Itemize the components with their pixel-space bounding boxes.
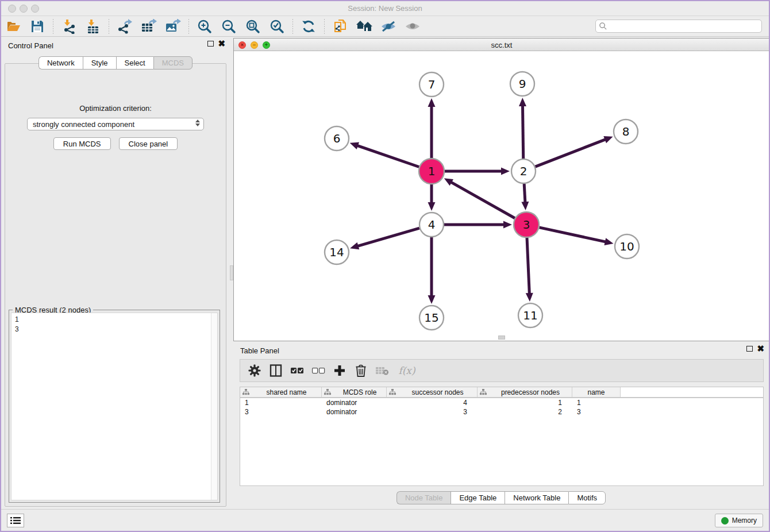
tab-style[interactable]: Style [83,56,116,70]
tab-motifs[interactable]: Motifs [568,491,606,504]
home-icon[interactable] [356,18,373,35]
zoom-selected-icon[interactable] [268,18,286,35]
tab-select[interactable]: Select [116,56,153,70]
table-cell[interactable]: 4 [387,398,478,407]
zoom-fit-icon[interactable] [244,18,261,35]
zoom-out-icon[interactable] [220,18,237,35]
network-canvas[interactable]: 1234678910111415 [234,51,769,341]
deselect-all-columns-icon[interactable] [311,363,326,378]
edge-3-1[interactable] [451,182,515,218]
control-panel-title: Control Panel [8,41,53,50]
mcds-result-line: 1 [15,315,214,325]
toolbar-separator [53,19,53,34]
show-columns-icon[interactable] [268,363,283,378]
edge-4-14[interactable] [357,228,419,246]
task-history-button[interactable] [7,514,24,527]
add-column-icon[interactable] [332,363,347,378]
show-details-icon[interactable] [404,18,421,35]
export-network-icon[interactable] [116,18,133,35]
column-header-predecessor-nodes[interactable]: predecessor nodes [478,387,572,397]
table-cell[interactable]: dominator [322,398,387,407]
graph-node-label: 7 [428,78,436,91]
column-header-successor-nodes[interactable]: successor nodes [387,387,478,397]
refresh-icon[interactable] [300,18,317,35]
list-icon [10,516,21,525]
edge-2-9[interactable] [522,105,523,159]
mcds-tab-content: Optimization criterion: strongly connect… [5,63,226,507]
save-session-icon[interactable] [29,18,46,35]
hide-details-icon[interactable] [380,18,397,35]
mcds-result-list[interactable]: 13 [11,313,218,500]
table-row[interactable]: 1dominator411 [240,398,763,407]
first-neighbors-icon[interactable] [332,18,349,35]
edge-1-6[interactable] [357,145,419,167]
memory-button[interactable]: Memory [715,514,763,527]
close-table-panel-icon[interactable]: ✖ [757,346,764,352]
select-all-columns-icon[interactable] [290,363,305,378]
network-window-title: scc.txt [234,41,769,49]
graph-node-label: 1 [428,164,436,178]
run-mcds-button[interactable]: Run MCDS [53,137,111,150]
table-cell[interactable]: 1 [240,398,322,407]
graph-node-label: 3 [523,218,530,232]
sort-tree-icon [242,389,249,395]
edge-arrowhead [350,142,359,149]
table-cell[interactable]: 3 [387,407,478,417]
criterion-dropdown[interactable]: strongly connected component [27,118,204,130]
delete-table-icon[interactable] [375,363,390,378]
edge-3-11[interactable] [527,238,529,294]
sort-tree-icon [324,389,331,395]
table-toolbar: f(x) [240,359,764,382]
float-table-panel-icon[interactable] [746,346,753,352]
table-cell[interactable]: 1 [572,398,621,407]
import-network-icon[interactable] [60,18,78,35]
optimization-criterion-label: Optimization criterion: [5,104,226,113]
edge-arrowhead [428,98,436,107]
toolbar-separator [188,19,189,34]
node-table-body: 1dominator4113dominator323 [240,398,763,417]
table-row[interactable]: 3dominator323 [240,407,763,417]
criterion-dropdown-value: strongly connected component [33,120,134,129]
edge-2-8[interactable] [536,139,606,167]
table-cell[interactable]: 3 [572,407,621,417]
close-panel-button[interactable]: Close panel [119,137,178,150]
column-header-shared-name[interactable]: shared name [240,387,322,397]
result-scrollbar[interactable] [211,313,217,500]
search-input[interactable] [607,22,761,30]
float-panel-icon[interactable] [207,41,214,47]
import-table-icon[interactable] [84,18,102,35]
table-panel-title: Table Panel [240,346,279,355]
control-panel: Control Panel ✖ NetworkStyleSelectMCDS O… [1,38,230,509]
toolbar-separator [292,19,293,34]
table-cell[interactable]: 1 [478,398,572,407]
export-table-icon[interactable] [140,18,157,35]
tab-network[interactable]: Network [38,56,83,70]
gear-icon[interactable] [247,363,262,378]
column-header-MCDS-role[interactable]: MCDS role [322,387,387,397]
status-bar: Memory [1,509,769,531]
close-panel-icon[interactable]: ✖ [218,41,225,47]
tab-node-table[interactable]: Node Table [396,491,451,504]
tab-mcds[interactable]: MCDS [153,56,192,70]
function-builder-icon[interactable]: f(x) [396,363,418,378]
table-cell[interactable]: dominator [322,407,387,417]
search-field[interactable] [595,20,762,33]
column-header-name[interactable]: name [572,387,621,397]
edge-3-10[interactable] [539,228,606,242]
network-window-titlebar[interactable]: × − + scc.txt [234,38,769,51]
zoom-in-icon[interactable] [196,18,213,35]
tab-network-table[interactable]: Network Table [505,491,568,504]
node-table-header: shared nameMCDS rolesuccessor nodesprede… [240,387,763,398]
table-cell[interactable]: 3 [240,407,322,417]
edge-arrowhead [428,202,436,211]
open-session-icon[interactable] [5,18,22,35]
network-graph[interactable]: 1234678910111415 [234,51,769,341]
edge-2-3[interactable] [524,184,525,203]
export-image-icon[interactable] [164,18,182,35]
tab-edge-table[interactable]: Edge Table [451,491,505,504]
network-resize-grip[interactable] [498,336,505,340]
table-cell[interactable]: 2 [478,407,572,417]
sort-tree-icon [389,389,396,395]
dropdown-stepper-icon [195,119,200,126]
delete-column-icon[interactable] [353,363,368,378]
